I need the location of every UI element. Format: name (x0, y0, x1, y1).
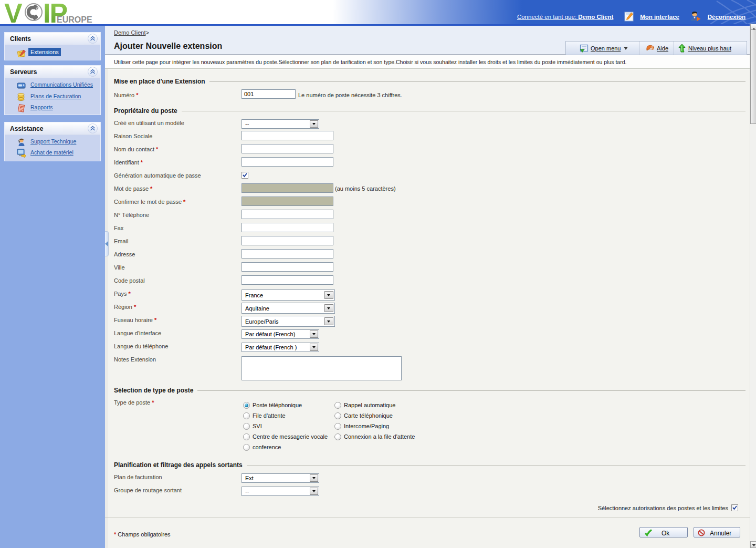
svg-text:EUROPE: EUROPE (57, 15, 92, 24)
svg-text:V: V (4, 0, 23, 24)
